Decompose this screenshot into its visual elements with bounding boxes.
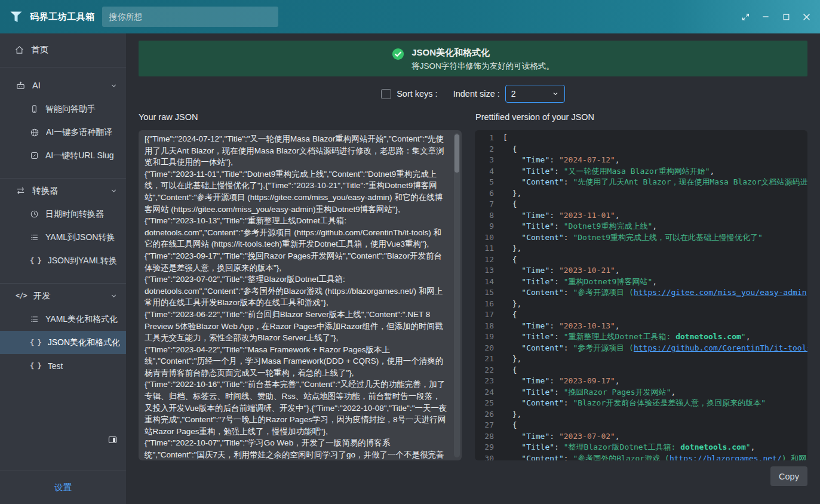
copy-button[interactable]: Copy — [770, 466, 807, 486]
code-line: 15 "Content": "参考开源项目 (https://gitee.com… — [482, 287, 807, 299]
code-token: { — [503, 199, 517, 208]
swap-arrows-icon — [16, 186, 26, 196]
code-token: "Title" — [521, 277, 554, 286]
code-token — [503, 388, 521, 397]
sidebar-item-ai-assistant[interactable]: 智能问答助手 — [0, 97, 126, 121]
code-token: "Content" — [521, 454, 563, 461]
line-number: 20 — [482, 343, 494, 354]
panel-labels: Your raw JSON Prettified version of your… — [139, 112, 807, 125]
code-token — [503, 332, 521, 341]
sidebar-item-yaml-to-json[interactable]: YAML到JSON转换 — [0, 226, 126, 249]
line-number: 6 — [482, 188, 494, 199]
code-token: "Content" — [521, 398, 563, 407]
sidebar-item-label: YAML到JSON转换 — [45, 232, 115, 243]
line-number: 21 — [482, 354, 494, 365]
pretty-json-label: Prettified version of your JSON — [475, 112, 807, 125]
code-token: { — [503, 145, 517, 153]
line-number: 12 — [482, 254, 494, 266]
line-number: 1 — [482, 133, 494, 144]
code-token: : — [554, 167, 564, 176]
sidebar-group-label: 转换器 — [32, 185, 59, 196]
sidebar-item-json-beautify[interactable]: { } JSON美化和格式化 — [0, 331, 126, 354]
code-line: 6 }, — [482, 188, 807, 199]
raw-json-scrollbar[interactable] — [454, 133, 460, 457]
code-line: 20 "Content": "参考开源项目 (https://github.co… — [482, 343, 807, 354]
sidebar-bottom: 设置 — [0, 434, 126, 504]
code-token: , — [615, 321, 620, 330]
sidebar-item-datetime-converter[interactable]: 日期时间转换器 — [0, 202, 126, 226]
code-token: , — [652, 277, 657, 286]
settings-button[interactable]: 设置 — [54, 482, 72, 493]
sidebar-item-json-to-yaml[interactable]: { } JSON到YAML转换 — [0, 249, 126, 272]
code-line: 30 "Content": "参考国外的Blazor游戏 (https://bl… — [482, 453, 807, 461]
line-number: 13 — [482, 265, 494, 276]
indent-size-value: 2 — [511, 89, 516, 99]
sidebar-item-ai-url-slug[interactable]: AI一键转URL Slug — [0, 144, 126, 167]
sidebar-group-ai[interactable]: AI — [0, 73, 126, 97]
chevron-down-icon — [110, 187, 118, 195]
sidebar-group-label: 开发 — [33, 290, 51, 302]
code-token: "Title" — [521, 167, 554, 176]
code-token — [503, 288, 521, 297]
indent-size-label: Indent size : — [453, 89, 500, 99]
code-token: }, — [503, 354, 521, 363]
code-token: " — [741, 332, 746, 341]
code-token: ) 和它的在线博客网站 (https://gitee.com/miss_you/… — [807, 288, 808, 297]
sidebar-item-ai-translate[interactable]: AI一键多语种翻译 — [0, 121, 126, 144]
indent-size-select[interactable]: 2 — [505, 85, 565, 103]
code-token — [503, 442, 521, 451]
code-token: : — [549, 266, 559, 275]
sort-keys-checkbox[interactable] — [381, 89, 391, 99]
code-token: "重新整理上线Dotnet工具箱: — [564, 332, 675, 341]
expand-window-button[interactable] — [735, 7, 755, 27]
code-token: "2024-07-12" — [559, 155, 615, 164]
global-search-input[interactable] — [102, 7, 278, 27]
code-token: "参考开源项目 ( — [573, 343, 633, 352]
sidebar-item-yaml-beautify[interactable]: YAML美化和格式化 — [0, 308, 126, 331]
code-token: : — [554, 442, 564, 451]
sidebar-item-label: Test — [48, 361, 63, 371]
line-number: 18 — [482, 321, 494, 332]
maximize-button[interactable] — [776, 7, 796, 27]
code-line: 18 "Time": "2023-10-13", — [482, 321, 807, 332]
code-line: 12 { — [482, 254, 807, 266]
code-token: "先使用了几天Ant Blazor，现在使用Masa Blazor文档站源码进行… — [573, 177, 807, 186]
line-number: 5 — [482, 177, 494, 188]
list-icon — [30, 315, 39, 324]
url-link[interactable]: https://blazorgames.net/ — [669, 454, 782, 461]
code-token: "2023-07-02" — [559, 432, 615, 441]
line-number: 27 — [482, 420, 494, 431]
code-token: "Dotnet9重构完成上线，可以在此基础上慢慢优化了" — [573, 233, 762, 242]
code-token: : — [554, 277, 564, 286]
toggle-sidebar-icon[interactable] — [108, 434, 118, 445]
code-token — [503, 266, 521, 275]
code-line: 23 "Time": "2023-09-17", — [482, 376, 807, 387]
app-logo-icon — [8, 9, 24, 24]
code-token: }, — [503, 189, 521, 198]
code-token: , — [615, 211, 620, 220]
code-token: : — [564, 343, 573, 352]
minimize-button[interactable] — [755, 7, 776, 27]
line-number: 30 — [482, 453, 494, 461]
scrollbar-thumb[interactable] — [454, 134, 459, 173]
sidebar-group-converters[interactable]: 转换器 — [0, 179, 126, 202]
url-link[interactable]: https://gitee.com/miss_you/easy-admin — [634, 288, 807, 297]
sidebar-group-development[interactable]: </> 开发 — [0, 284, 126, 308]
code-line: 29 "Title": "整理Blazor版Dotnet工具箱: dotneto… — [482, 442, 807, 453]
code-token: : — [564, 288, 573, 297]
format-controls: Sort keys : Indent size : 2 — [139, 85, 807, 103]
sidebar-item-home[interactable]: 首页 — [0, 38, 126, 61]
close-button[interactable] — [796, 7, 816, 27]
raw-json-input[interactable]: [{"Time":"2024-07-12","Title":"又一轮使用Masa… — [139, 130, 462, 460]
sidebar-item-test[interactable]: { } Test — [0, 354, 126, 377]
code-line: 16 }, — [482, 299, 807, 310]
line-number: 17 — [482, 309, 494, 321]
raw-json-panel: [{"Time":"2024-07-12","Title":"又一轮使用Masa… — [139, 130, 462, 460]
success-check-icon — [392, 48, 404, 60]
code-token: " — [746, 442, 751, 451]
url-link[interactable]: https://github.com/CorentinTh/it-tools — [634, 343, 807, 352]
robot-icon — [16, 81, 26, 91]
code-token — [503, 222, 521, 231]
code-token: "Time" — [521, 432, 549, 441]
code-token: "挽回Razor Pages开发网站" — [564, 388, 671, 397]
